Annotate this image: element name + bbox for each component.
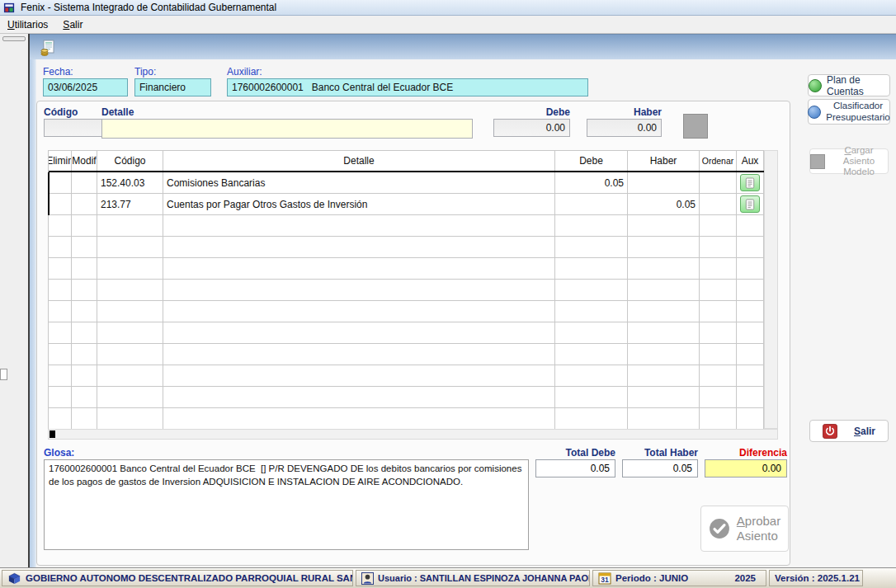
cell-detalle: Comisiones Bancarias [163,172,555,194]
period-year: 2025 [734,573,761,583]
grid-empty-cell [737,365,764,387]
aux-document-icon [745,177,755,189]
col-header-elimin[interactable]: Elimin [49,151,72,171]
menu-bar: Utilitarios Salir [0,16,896,34]
grid-empty-cell [737,344,764,365]
status-entity: GOBIERNO AUTONOMO DESCENTRALIZADO PARROQ… [2,570,353,586]
cell-debe: 0.05 [555,172,628,194]
grid-empty-cell [97,280,163,301]
grid-row-2[interactable]: 213.77 Cuentas por Pagar Otros Gastos de… [49,194,764,215]
grid-empty-cell [700,280,737,301]
grid-empty-cell [72,322,97,344]
glosa-textarea[interactable]: 1760002600001 Banco Central del Ecuador … [44,459,529,550]
aprobar-asiento-button[interactable]: AprobarAsiento [700,506,789,552]
grid-empty-cell [49,365,72,387]
grid-row-1[interactable]: 152.40.03 Comisiones Bancarias 0.05 [49,172,764,194]
grid-empty-cell [49,237,72,258]
detalle-input[interactable] [101,119,473,139]
grid-empty-cell [163,322,555,344]
cargar-asiento-modelo-button[interactable]: Cargar AsientoModelo [809,148,889,174]
blue-sphere-icon [808,106,821,119]
grid-empty-cell [72,344,97,365]
svg-text:31: 31 [601,576,609,584]
cell-codigo: 213.77 [97,194,163,215]
grid-empty-cell [49,215,72,237]
auxiliar-label: Auxiliar: [227,66,262,78]
calendar-icon: 31 [598,572,611,585]
col-header-ordenar[interactable]: Ordenar [700,151,737,171]
plan-de-cuentas-button[interactable]: Plan de Cuentas [808,74,890,96]
grid-empty-row [49,387,764,408]
menu-salir[interactable]: Salir [55,17,90,32]
grid-empty-cell [555,258,628,280]
total-haber-value [622,459,698,477]
clasificador-label: ClasificadorPresupuestario [826,101,889,122]
grid-empty-cell [700,258,737,280]
grid-empty-cell [97,322,163,344]
grid-empty-cell [700,365,737,387]
horizontal-scrollbar-thumb[interactable] [50,430,55,438]
cell-modif[interactable] [72,194,97,215]
grid-empty-cell [72,387,97,408]
col-header-modif[interactable]: Modif [72,151,97,171]
grid-empty-cell [163,387,555,408]
debe-input[interactable] [493,119,570,137]
grid-empty-rows [49,215,764,430]
col-header-codigo[interactable]: Código [97,151,163,171]
detalle-label: Detalle [101,106,134,118]
grid-empty-cell [49,344,72,365]
cell-elimin[interactable] [49,194,72,215]
grid-empty-row [49,408,764,430]
salir-label: Salir [854,426,875,437]
left-panel-tab[interactable] [0,369,7,380]
cell-elimin[interactable] [49,172,72,194]
grid-empty-cell [72,237,97,258]
col-header-detalle[interactable]: Detalle [163,151,555,171]
grid-empty-cell [72,280,97,301]
entry-groupbox: Código Detalle Debe Haber Elimin Modif C… [36,101,790,566]
col-header-haber[interactable]: Haber [628,151,700,171]
grid-empty-cell [737,215,764,237]
grid-empty-cell [555,237,628,258]
left-panel [0,34,30,567]
entries-grid: Elimin Modif Código Detalle Debe Haber O… [48,150,764,430]
grid-vertical-scrollbar[interactable] [764,150,778,429]
left-panel-grip[interactable] [2,36,26,41]
haber-input[interactable] [587,119,662,137]
grid-empty-cell [700,301,737,322]
cargar-asiento-label: Cargar AsientoModelo [830,145,888,178]
auxiliar-input[interactable] [227,78,588,96]
salir-button[interactable]: Salir [809,420,889,442]
clasificador-presupuestario-button[interactable]: ClasificadorPresupuestario [808,99,890,125]
status-version: Versión : 2025.1.21 [769,570,863,586]
haber-label: Haber [587,106,662,118]
grid-empty-cell [97,344,163,365]
check-icon [709,518,730,539]
grid-empty-cell [628,408,700,430]
grid-horizontal-scrollbar[interactable] [48,429,778,440]
new-entry-toolbar-button[interactable] [38,38,58,58]
cell-modif[interactable] [72,172,97,194]
fecha-label: Fecha: [43,66,73,78]
tipo-input[interactable] [134,78,211,96]
grid-empty-cell [700,322,737,344]
grid-empty-cell [737,258,764,280]
grid-empty-row [49,365,764,387]
grid-empty-cell [49,408,72,430]
grid-empty-cell [737,280,764,301]
grid-empty-cell [49,258,72,280]
diferencia-value [705,459,787,477]
col-header-debe[interactable]: Debe [555,151,628,171]
menu-utilitarios[interactable]: Utilitarios [0,17,55,32]
grid-empty-cell [49,322,72,344]
aux-button[interactable] [740,195,760,213]
grid-header-row: Elimin Modif Código Detalle Debe Haber O… [49,151,764,172]
add-line-button[interactable] [683,114,708,139]
aprobar-label: AprobarAsiento [737,514,780,543]
grid-empty-cell [555,215,628,237]
fecha-input[interactable] [43,78,128,96]
grid-empty-cell [163,237,555,258]
grid-empty-cell [737,237,764,258]
col-header-aux[interactable]: Aux [737,151,764,171]
aux-button[interactable] [740,174,760,191]
